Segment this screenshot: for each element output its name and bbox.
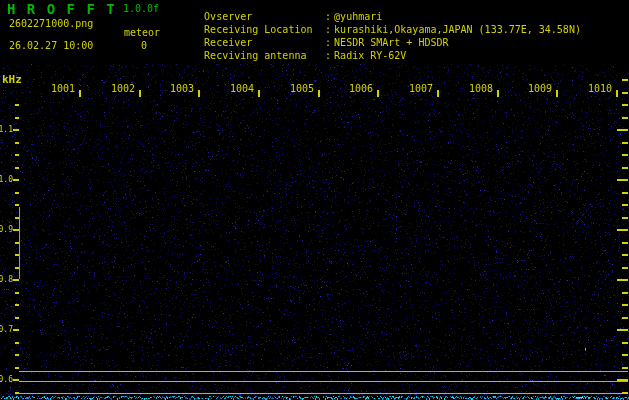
y-tick-left [13,379,19,381]
y-tick-left [15,192,19,194]
y-tick-label: 0.7 [0,326,13,334]
x-tick-label: 1007 [387,84,433,94]
x-tick-mark [377,90,379,97]
y-tick-right [622,392,628,394]
y-tick-right [622,342,628,344]
y-tick-left [15,292,19,294]
x-tick-label: 1003 [148,84,194,94]
x-tick-mark [79,90,81,97]
x-tick-label: 1005 [268,84,314,94]
y-tick-right [622,204,628,206]
y-tick-right [622,317,628,319]
y-tick-left [15,142,19,144]
y-tick-left [15,354,19,356]
y-tick-left [15,104,19,106]
y-tick-right [617,129,628,131]
y-tick-left [15,367,19,369]
y-tick-left [13,329,19,331]
x-tick-label: 1009 [506,84,552,94]
marker-line-middle [19,381,628,382]
x-tick-label: 1002 [89,84,135,94]
y-tick-right [622,292,628,294]
x-tick-mark [198,90,200,97]
x-tick-label: 1004 [208,84,254,94]
y-tick-right [617,379,628,381]
output-filename: 2602271000.png [9,19,93,29]
y-tick-right [622,217,628,219]
y-tick-left [15,242,19,244]
x-tick-mark [139,90,141,97]
y-tick-left [15,167,19,169]
y-tick-label: 1.0 [0,176,13,184]
y-tick-left [13,279,19,281]
y-tick-label: 1.1 [0,126,13,134]
marker-line-lower [19,393,628,394]
y-tick-right [622,192,628,194]
y-tick-right [617,329,628,331]
x-tick-label: 1010 [566,84,612,94]
y-tick-left [15,254,19,256]
y-tick-left [13,179,19,181]
y-tick-right [622,304,628,306]
y-axis-unit-label: kHz [2,74,22,85]
x-tick-mark [258,90,260,97]
app-version: 1.0.0f [123,4,159,14]
y-tick-left [15,154,19,156]
y-tick-right [622,367,628,369]
y-tick-left [13,129,19,131]
x-tick-mark [556,90,558,97]
y-tick-right [622,154,628,156]
marker-line-upper [19,371,628,372]
antenna-label: Recviving antenna [204,51,325,61]
y-tick-label: 0.8 [0,276,13,284]
y-tick-right [622,167,628,169]
y-tick-left [13,229,19,231]
hrofft-spectrogram-screen: H R O F F T 1.0.0f 2602271000.png meteor… [0,0,629,400]
app-title: H R O F F T [7,2,116,16]
y-tick-left [15,217,19,219]
y-tick-left [15,117,19,119]
x-tick-mark [437,90,439,97]
x-tick-label: 1008 [447,84,493,94]
y-tick-left [15,317,19,319]
y-tick-right [622,354,628,356]
y-tick-right [617,229,628,231]
x-tick-label: 1001 [29,84,75,94]
y-tick-left [15,304,19,306]
y-tick-right [622,254,628,256]
y-tick-right [617,279,628,281]
x-tick-mark [616,90,618,97]
antenna-row: Recviving antenna:Radix RY-62V [180,41,406,71]
y-tick-left [15,267,19,269]
y-tick-right [622,79,628,81]
frequency-band-marker [19,207,20,279]
separator: : [325,51,334,61]
x-tick-mark [497,90,499,97]
y-tick-right [622,104,628,106]
y-tick-label: 0.6 [0,376,13,384]
antenna-value: Radix RY-62V [334,50,406,61]
y-tick-left [15,392,19,394]
x-tick-label: 1006 [327,84,373,94]
meteor-count-value: 0 [141,41,147,51]
y-tick-right [622,242,628,244]
y-tick-right [622,267,628,269]
y-tick-right [622,117,628,119]
meteor-count-label: meteor [124,28,160,38]
y-tick-right [622,92,628,94]
x-tick-mark [318,90,320,97]
y-tick-left [15,342,19,344]
y-tick-label: 0.9 [0,226,13,234]
observation-timestamp: 26.02.27 10:00 [9,41,93,51]
y-tick-right [617,179,628,181]
y-tick-right [622,142,628,144]
y-tick-left [15,204,19,206]
